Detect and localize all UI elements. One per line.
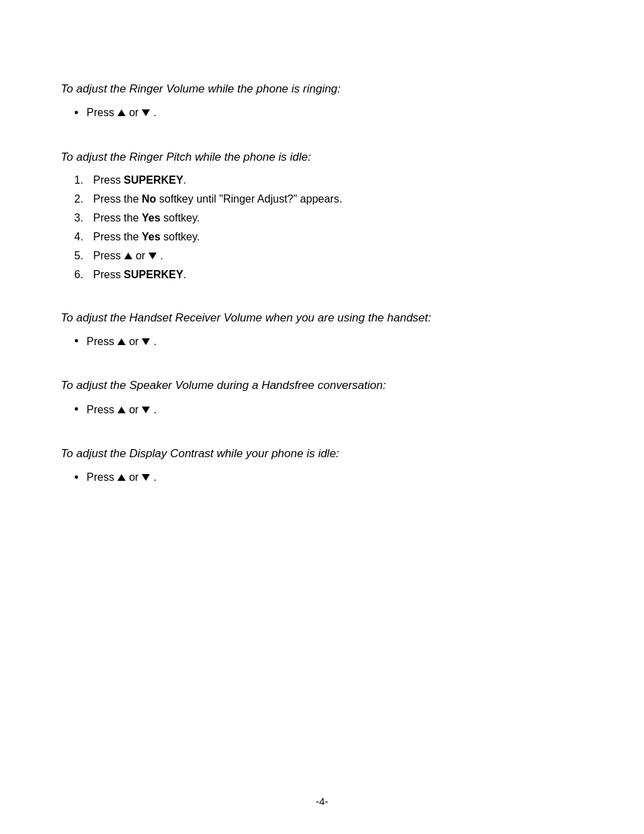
page-content: To adjust the Ringer Volume while the ph…	[0, 0, 644, 568]
step-3: 3. Press the Yes softkey.	[74, 210, 583, 226]
ringer-volume-list: Press or .	[61, 104, 583, 122]
section-handset-volume: To adjust the Handset Receiver Volume wh…	[61, 310, 583, 351]
press-label-speaker: Press	[86, 402, 114, 418]
period-handset: .	[153, 334, 156, 350]
down-arrow-icon-contrast	[142, 474, 150, 481]
up-arrow-icon-5	[124, 253, 132, 259]
step-num-2: 2.	[74, 191, 88, 207]
step-2-text: Press the No softkey until "Ringer Adjus…	[93, 191, 342, 207]
display-contrast-list: Press or .	[61, 469, 583, 487]
speaker-volume-list: Press or .	[61, 400, 583, 419]
up-arrow-icon-handset	[117, 338, 126, 345]
press-line-speaker: Press or .	[86, 402, 157, 418]
step-6-text: Press SUPERKEY.	[93, 267, 186, 283]
down-arrow-icon-speaker	[142, 407, 150, 413]
up-arrow-icon	[117, 109, 126, 116]
down-arrow-icon-handset	[142, 338, 150, 345]
speaker-volume-item: Press or .	[74, 400, 583, 419]
down-arrow-icon	[142, 109, 150, 116]
step-6: 6. Press SUPERKEY.	[74, 267, 583, 283]
section-speaker-volume: To adjust the Speaker Volume during a Ha…	[61, 377, 583, 419]
step-1-text: Press SUPERKEY.	[93, 172, 186, 188]
step-num-6: 6.	[74, 267, 88, 283]
press-line-step5: Press or .	[93, 248, 163, 264]
ringer-pitch-list: 1. Press SUPERKEY. 2. Press the No softk…	[61, 172, 583, 283]
or-label: or	[129, 105, 138, 121]
or-label-5: or	[136, 248, 145, 264]
period: .	[153, 105, 156, 121]
press-line-ringer-volume: Press or .	[86, 105, 157, 121]
section-ringer-volume-title: To adjust the Ringer Volume while the ph…	[61, 81, 583, 97]
display-contrast-item: Press or .	[74, 469, 583, 487]
or-label-handset: or	[129, 334, 138, 350]
handset-volume-item: Press or .	[74, 332, 583, 350]
press-label-5: Press	[93, 248, 121, 264]
step-5: 5. Press or .	[74, 248, 583, 264]
press-label: Press	[86, 105, 114, 121]
section-ringer-volume: To adjust the Ringer Volume while the ph…	[61, 81, 583, 122]
step-4-text: Press the Yes softkey.	[93, 229, 200, 245]
press-line-handset: Press or .	[86, 334, 157, 350]
up-arrow-icon-contrast	[117, 474, 126, 481]
press-label-contrast: Press	[86, 469, 114, 486]
step-2: 2. Press the No softkey until "Ringer Ad…	[74, 191, 583, 207]
step-num-1: 1.	[74, 172, 88, 188]
section-display-contrast-title: To adjust the Display Contrast while you…	[61, 446, 583, 462]
or-label-contrast: or	[129, 469, 138, 486]
step-1: 1. Press SUPERKEY.	[74, 172, 583, 188]
section-ringer-pitch-title: To adjust the Ringer Pitch while the pho…	[61, 149, 583, 165]
page-number: -4-	[316, 796, 328, 807]
section-speaker-volume-title: To adjust the Speaker Volume during a Ha…	[61, 377, 583, 394]
ringer-volume-item: Press or .	[74, 104, 583, 122]
section-handset-volume-title: To adjust the Handset Receiver Volume wh…	[61, 310, 583, 326]
press-line-contrast: Press or .	[86, 469, 157, 486]
period-speaker: .	[153, 402, 156, 418]
step-num-5: 5.	[74, 248, 88, 264]
press-label-handset: Press	[86, 334, 114, 350]
up-arrow-icon-speaker	[117, 407, 126, 413]
or-label-speaker: or	[129, 402, 138, 418]
handset-volume-list: Press or .	[61, 332, 583, 350]
down-arrow-icon-5	[149, 253, 157, 259]
step-3-text: Press the Yes softkey.	[93, 210, 200, 226]
step-num-3: 3.	[74, 210, 88, 226]
period-5: .	[160, 248, 163, 264]
section-display-contrast: To adjust the Display Contrast while you…	[61, 446, 583, 487]
step-num-4: 4.	[74, 229, 88, 245]
section-ringer-pitch: To adjust the Ringer Pitch while the pho…	[61, 149, 583, 283]
step-4: 4. Press the Yes softkey.	[74, 229, 583, 245]
period-contrast: .	[153, 469, 156, 486]
